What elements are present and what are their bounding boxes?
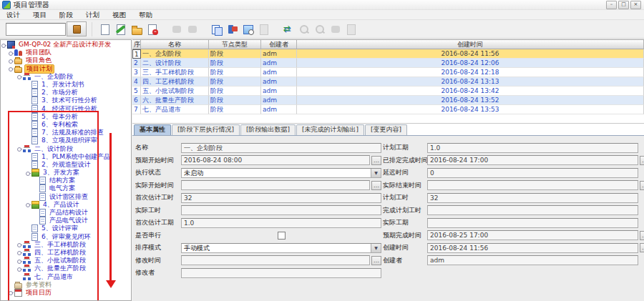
tree-item[interactable]: 设计雷区排查 [1, 193, 131, 201]
exec-status-select[interactable]: 未启动▼ [181, 168, 381, 178]
table-column-header[interactable]: 创建者 [261, 40, 297, 49]
finished-planned-hours-field[interactable] [427, 205, 638, 215]
tree-expander-icon[interactable] [1, 42, 6, 48]
tree-item[interactable]: 二、设计阶段 [1, 144, 131, 152]
tree-item[interactable]: 五、小批试制阶段 [1, 257, 131, 265]
tree-expander-icon[interactable] [16, 146, 22, 152]
is-serial-checkbox[interactable] [278, 232, 286, 240]
tree-item[interactable]: 产品电气设计 [1, 217, 131, 224]
chevron-down-icon[interactable]: ▼ [371, 169, 381, 177]
open-folder-button[interactable] [129, 21, 145, 36]
tree-item[interactable]: 1、开发计划书 [1, 81, 131, 89]
maximize-button[interactable]: □ [618, 1, 629, 9]
ellipsis-button[interactable]: … [371, 156, 381, 165]
tree-item[interactable]: 4、经济可行性分析 [1, 105, 131, 113]
tree-expander-icon[interactable] [8, 290, 14, 295]
table-row[interactable]: 2二、设计阶段阶段adm2016-08-24 12:06 [132, 59, 644, 68]
close-button[interactable]: × [630, 1, 641, 9]
tree-item[interactable]: 四、工艺样机阶段 [1, 249, 131, 257]
first-estimated-hours-field[interactable]: 32 [181, 193, 381, 203]
tree-item[interactable]: 三、手工样机阶段 [1, 241, 131, 249]
tree-item[interactable]: 6、评审意见闭环 [1, 233, 131, 241]
tree-item[interactable]: 项目团队 [1, 49, 131, 56]
edit-button[interactable] [113, 21, 129, 36]
expected-start-time-field[interactable]: 2016-08-24 08:00 [181, 155, 370, 165]
tree-item[interactable]: 2、市场分析 [1, 89, 131, 97]
delay-time-field[interactable]: 0 [427, 168, 638, 178]
tree-expander-icon[interactable] [16, 242, 22, 247]
tree-expander-icon[interactable] [16, 266, 22, 272]
actual-duration-field[interactable] [427, 218, 638, 228]
tree-expander-icon[interactable] [16, 250, 22, 255]
modifier-field[interactable] [181, 268, 381, 278]
chevron-down-icon[interactable]: ▼ [371, 244, 381, 252]
tree-item[interactable]: 项目角色 [1, 56, 131, 64]
first-estimated-duration-field[interactable]: 1.0 [181, 218, 381, 228]
tree-item[interactable]: 3、技术可行性分析 [1, 97, 131, 104]
menu-item-项目[interactable]: 项目 [26, 10, 53, 19]
tree-expander-icon[interactable] [8, 66, 14, 71]
tree-item[interactable]: 六、批量生产阶段 [1, 265, 131, 272]
delete-file-button[interactable] [145, 21, 160, 36]
table-column-header[interactable]: 创建时间 [297, 40, 644, 49]
tree-item[interactable]: 项目日历 [1, 289, 131, 297]
ellipsis-button[interactable]: … [640, 156, 644, 165]
tree-item[interactable]: 1、PLM系统中创建产品 [1, 153, 131, 161]
tree-item[interactable]: 6、专利检索 [1, 121, 131, 129]
tree-item[interactable]: 2、外观造型设计 [1, 161, 131, 169]
tree-item[interactable]: 参考资料 [1, 281, 131, 289]
tab-item[interactable]: [阶段下层执行情况] [172, 124, 240, 135]
table-row[interactable]: 6六、批量生产阶段阶段adm2016-08-24 13:52 [132, 96, 644, 105]
menu-item-帮助[interactable]: 帮助 [132, 10, 159, 19]
tree-item[interactable]: 一、企划阶段 [1, 73, 131, 81]
menu-item-视图[interactable]: 视图 [106, 10, 132, 19]
table-row[interactable]: 5五、小批试制阶段阶段adm2016-08-24 13:42 [132, 87, 644, 96]
tree-item[interactable]: 产品结构设计 [1, 209, 131, 217]
actual-start-time-field[interactable] [181, 180, 370, 190]
tree-item[interactable]: 3、开发方案 [1, 169, 131, 177]
expected-finish-time-field[interactable]: 2016-08-25 17:00 [427, 230, 638, 240]
menu-item-计划[interactable]: 计划 [79, 10, 106, 19]
table-row[interactable]: 4四、工艺样机阶段阶段adm2016-08-24 13:13 [132, 77, 644, 87]
tab-item[interactable]: [变更内容] [365, 124, 407, 135]
table-column-header[interactable]: 序号 [132, 40, 141, 49]
table-column-header[interactable]: 节点类型 [209, 40, 261, 49]
table-row[interactable]: 7七、产品退市阶段adm2016-08-24 13:53 [132, 105, 644, 114]
tree-item[interactable]: 5、母本分析 [1, 113, 131, 121]
ellipsis-button[interactable]: … [640, 181, 644, 190]
tree-item[interactable]: 结构方案 [1, 177, 131, 184]
minimize-button[interactable]: – [606, 1, 617, 9]
create-time-field[interactable]: 2016-08-24 11:56 [427, 243, 638, 253]
planned-hours-field[interactable]: 32 [427, 193, 638, 203]
tree-item[interactable]: GM-QP-02 全新产品设计和开发 [1, 41, 131, 49]
name-field[interactable]: 一、企划阶段 [181, 143, 381, 153]
tree-item[interactable]: 七、产品退市 [1, 272, 131, 280]
refresh-button[interactable] [280, 21, 296, 36]
tree-item[interactable]: 电气方案 [1, 184, 131, 192]
tree-item[interactable]: 5、设计评审 [1, 224, 131, 232]
menu-item-设计[interactable]: 设计 [0, 10, 26, 19]
search-input[interactable] [6, 23, 66, 36]
copy-pages-button[interactable] [209, 21, 225, 36]
tab-item[interactable]: [阶段输出数据] [240, 124, 296, 135]
tree-item[interactable]: 7、法规及标准的排查 [1, 129, 131, 137]
tab-item[interactable]: [未完成的计划输出] [296, 124, 364, 135]
menu-item-阶段[interactable]: 阶段 [53, 10, 79, 19]
ellipsis-button[interactable]: … [640, 231, 644, 240]
go-button[interactable] [67, 21, 87, 36]
preview-image-button[interactable] [240, 21, 256, 36]
tree-item[interactable]: 8、立项及组织评审 [1, 137, 131, 144]
tree-expander-icon[interactable] [8, 58, 14, 64]
tree-expander-icon[interactable] [8, 50, 14, 56]
tree-expander-icon[interactable] [16, 74, 22, 79]
tree-item[interactable]: 项目计划 [1, 65, 131, 73]
ellipsis-button[interactable]: … [371, 256, 381, 265]
tree-expander-icon[interactable] [16, 258, 22, 264]
creator-field[interactable]: adm [427, 255, 638, 265]
tab-basic-properties[interactable]: 基本属性 [134, 124, 171, 135]
actual-hours-field[interactable] [181, 205, 381, 215]
table-row[interactable]: 3三、手工样机阶段阶段adm2016-08-24 12:18 [132, 68, 644, 77]
actual-end-time-field[interactable] [427, 180, 638, 190]
planned-duration-field[interactable]: 1.0 [427, 143, 638, 153]
sort-mode-select[interactable]: 手动模式▼ [181, 243, 381, 253]
